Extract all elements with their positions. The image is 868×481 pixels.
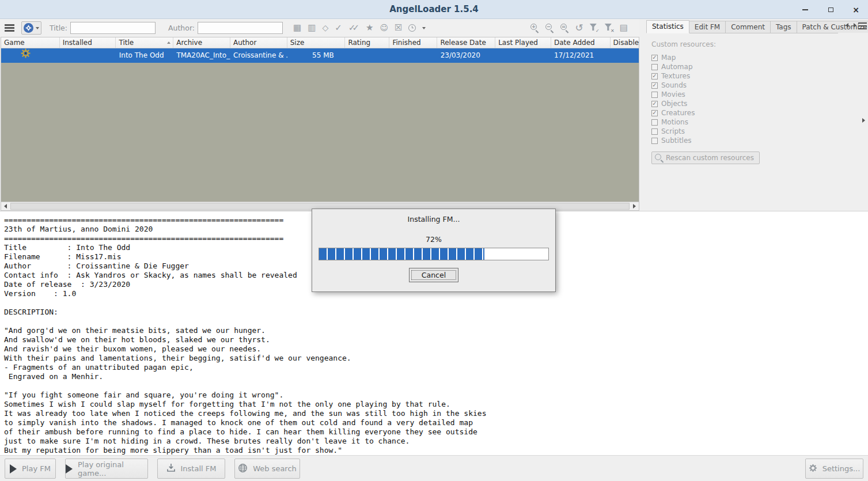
resource-label: Scripts <box>661 127 685 135</box>
unsupported-filter-icon[interactable] <box>380 24 388 32</box>
info-panel-tabs: Statistics Edit FM Comment Tags Patch & … <box>646 21 838 33</box>
cancel-label: Cancel <box>422 271 446 279</box>
checkbox-icon[interactable] <box>651 101 658 107</box>
set-filters-icon[interactable]: ✓ <box>590 24 598 32</box>
resource-item-creatures[interactable]: Creatures <box>651 108 856 118</box>
tab-edit-fm[interactable]: Edit FM <box>689 21 726 33</box>
zoom-out-icon[interactable]: − <box>545 24 554 32</box>
title-filter-input[interactable] <box>70 22 156 34</box>
checkbox-icon[interactable] <box>651 64 658 70</box>
recently-added-filter-icon[interactable] <box>408 24 416 32</box>
tab-scroll-buttons <box>846 23 856 28</box>
zoom-in-icon[interactable]: + <box>530 24 539 32</box>
cancel-button[interactable]: Cancel <box>409 268 458 282</box>
resource-item-movies[interactable]: Movies <box>651 90 856 99</box>
panel-menu-icon[interactable] <box>858 22 867 29</box>
cell-release-date: 23/03/2020 <box>438 48 496 63</box>
title-filter-label: Title: <box>50 24 67 32</box>
collapse-panel-button[interactable] <box>859 114 867 127</box>
resource-item-map[interactable]: Map <box>651 53 856 62</box>
tab-scroll-left-icon[interactable] <box>846 23 848 28</box>
finished-filter-icon[interactable] <box>335 24 342 32</box>
thief2-game-icon <box>24 23 33 33</box>
minimize-button[interactable] <box>799 4 812 16</box>
release-date-filter-icon[interactable] <box>293 24 301 32</box>
tags-filter-icon[interactable] <box>322 24 328 32</box>
resource-item-objects[interactable]: Objects <box>651 99 856 108</box>
statistics-tab-content: Custom resources: Map Automap Textures S… <box>651 40 856 164</box>
column-header-finished[interactable]: Finished <box>389 37 437 48</box>
tab-statistics[interactable]: Statistics <box>646 20 689 33</box>
column-header-archive[interactable]: Archive <box>173 37 230 48</box>
game-filter-button[interactable] <box>21 21 41 35</box>
resource-label: Motions <box>661 118 688 126</box>
web-search-label: Web search <box>253 464 297 473</box>
play-original-game-button[interactable]: Play original game... <box>65 459 148 479</box>
custom-resources-label: Custom resources: <box>651 40 856 48</box>
main-toolbar: Title: Author: + − = ✓ ✕ <box>0 19 639 37</box>
layout-menu-icon[interactable] <box>620 24 628 32</box>
chevron-down-icon[interactable] <box>422 27 426 29</box>
play-icon <box>10 464 17 474</box>
checkbox-icon[interactable] <box>651 92 658 98</box>
column-header-game[interactable]: Game <box>1 37 60 48</box>
checkbox-icon[interactable] <box>651 128 658 135</box>
settings-label: Settings... <box>822 464 861 473</box>
cell-title: Into The Odd <box>116 48 174 63</box>
checkbox-icon[interactable] <box>651 73 658 79</box>
checkbox-icon[interactable] <box>651 82 658 89</box>
column-header-disabled[interactable]: Disable <box>611 37 639 48</box>
unavailable-filter-icon[interactable] <box>395 24 402 32</box>
clear-filters-icon[interactable]: ✕ <box>605 24 613 32</box>
web-search-button[interactable]: Web search <box>234 459 300 479</box>
maximize-button[interactable] <box>824 4 837 16</box>
dialog-title: Installing FM... <box>408 215 460 224</box>
column-header-release-date[interactable]: Release Date <box>437 37 495 48</box>
column-header-title[interactable]: Title <box>116 37 173 48</box>
author-filter-input[interactable] <box>198 22 283 34</box>
resource-item-scripts[interactable]: Scripts <box>651 127 856 136</box>
play-fm-button[interactable]: Play FM <box>5 459 56 479</box>
column-header-rating[interactable]: Rating <box>345 37 389 48</box>
column-header-last-played[interactable]: Last Played <box>495 37 551 48</box>
bottom-button-bar: Play FM Play original game... Install FM… <box>0 455 868 481</box>
tab-scroll-right-icon[interactable] <box>854 23 856 28</box>
tab-comment[interactable]: Comment <box>725 21 771 33</box>
sort-ascending-icon <box>167 41 170 44</box>
table-row-selected[interactable]: Into The Odd TMA20AC_Into_... Croissanti… <box>1 48 639 63</box>
refresh-list-icon[interactable] <box>575 23 583 33</box>
resource-item-motions[interactable]: Motions <box>651 118 856 127</box>
window-controls: × <box>799 0 862 19</box>
resource-label: Creatures <box>661 109 695 117</box>
zoom-reset-icon[interactable]: = <box>560 24 569 32</box>
main-menu-icon[interactable] <box>5 24 14 32</box>
install-fm-button[interactable]: Install FM <box>157 459 225 479</box>
tab-tags[interactable]: Tags <box>770 21 797 33</box>
play-fm-label: Play FM <box>22 464 51 473</box>
resource-item-automap[interactable]: Automap <box>651 62 856 71</box>
rating-filter-icon[interactable] <box>366 24 373 32</box>
settings-button[interactable]: Settings... <box>805 459 863 479</box>
cell-rating <box>346 48 390 63</box>
resource-item-sounds[interactable]: Sounds <box>651 81 856 90</box>
resource-item-textures[interactable]: Textures <box>651 71 856 81</box>
last-played-filter-icon[interactable] <box>308 24 316 32</box>
scroll-left-icon[interactable] <box>1 202 10 210</box>
checkbox-icon[interactable] <box>651 55 658 61</box>
close-button[interactable]: × <box>850 4 862 16</box>
chevron-down-icon <box>36 27 39 29</box>
tab-patch-customize[interactable]: Patch & Customize <box>797 21 868 33</box>
column-header-date-added[interactable]: Date Added <box>551 37 611 48</box>
resource-item-subtitles[interactable]: Subtitles <box>651 136 856 145</box>
column-header-author[interactable]: Author <box>230 37 287 48</box>
unfinished-filter-icon[interactable] <box>348 24 359 32</box>
checkbox-icon[interactable] <box>651 138 658 144</box>
column-header-size[interactable]: Size <box>287 37 346 48</box>
rescan-custom-resources-button[interactable]: Rescan custom resources <box>651 152 760 164</box>
gear-icon <box>809 464 817 474</box>
scroll-right-icon[interactable] <box>630 202 639 210</box>
cell-installed <box>60 48 116 63</box>
column-header-installed[interactable]: Installed <box>60 37 116 48</box>
checkbox-icon[interactable] <box>651 110 658 116</box>
checkbox-icon[interactable] <box>651 119 658 126</box>
